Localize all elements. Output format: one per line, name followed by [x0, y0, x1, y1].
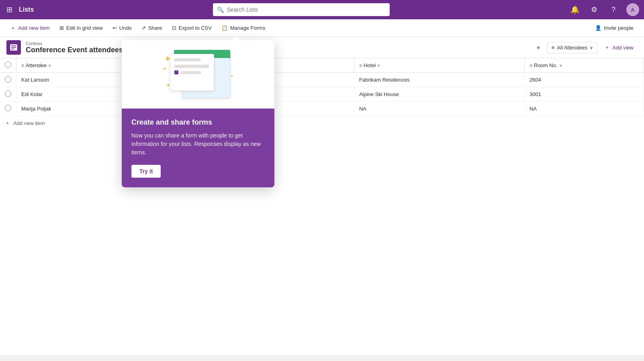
popup-try-it-button[interactable]: Try it: [131, 165, 161, 178]
star-deco-5: ✦: [230, 74, 233, 78]
form-card-front: [170, 54, 214, 91]
popup-card: ✦ ✦ ✦ ✦ ✦: [122, 40, 274, 187]
form-checkbox-label-line: [181, 71, 201, 74]
popup-body: Create and share forms Now you can share…: [122, 109, 274, 187]
form-illustration-graphic: ✦ ✦ ✦ ✦ ✦: [162, 50, 234, 102]
form-line-1: [174, 58, 200, 62]
popup-illustration: ✦ ✦ ✦ ✦ ✦: [122, 40, 274, 109]
form-line-2: [174, 65, 209, 68]
popup-arrow: [231, 36, 241, 41]
form-checkbox-row: [174, 70, 210, 74]
form-checkbox-icon: [174, 70, 178, 74]
popup-title: Create and share forms: [131, 118, 265, 127]
star-deco-2: ✦: [163, 66, 167, 72]
popup-overlay[interactable]: ✦ ✦ ✦ ✦ ✦: [0, 0, 644, 355]
popup-description: Now you can share a form with people to …: [131, 131, 265, 157]
